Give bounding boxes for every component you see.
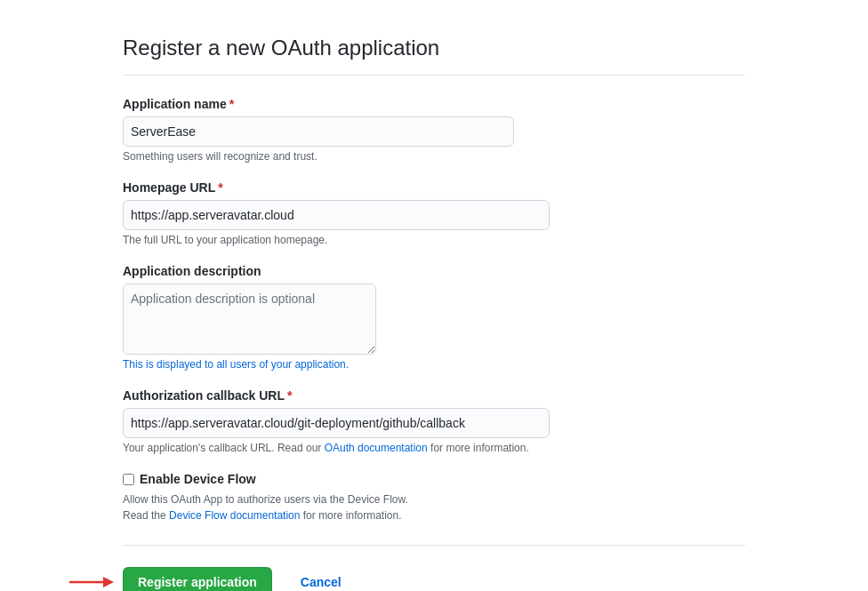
app-name-hint: Something users will recognize and trust…	[123, 150, 745, 163]
callback-url-group: Authorization callback URL* Your applica…	[123, 388, 745, 454]
page-wrapper: Register a new OAuth application Applica…	[105, 0, 763, 591]
device-flow-group: Enable Device Flow Allow this OAuth App …	[123, 472, 745, 523]
homepage-url-group: Homepage URL* The full URL to your appli…	[123, 180, 745, 246]
device-flow-hint: Allow this OAuth App to authorize users …	[123, 491, 745, 523]
app-name-input[interactable]	[123, 116, 514, 147]
homepage-url-hint: The full URL to your application homepag…	[123, 234, 745, 246]
svg-marker-1	[103, 577, 114, 587]
callback-url-label: Authorization callback URL*	[123, 388, 745, 403]
divider	[123, 545, 745, 546]
register-button[interactable]: Register application	[123, 567, 272, 591]
callback-url-hint: Your application's callback URL. Read ou…	[123, 442, 745, 454]
oauth-docs-link[interactable]: OAuth documentation	[325, 442, 428, 454]
app-name-label: Application name*	[123, 97, 745, 111]
arrow-annotation	[69, 571, 114, 591]
form-actions: Register application Cancel	[123, 567, 745, 591]
homepage-url-input[interactable]	[123, 200, 550, 230]
required-star-2: *	[218, 180, 222, 195]
description-group: Application description This is displaye…	[123, 264, 745, 371]
homepage-url-label: Homepage URL*	[123, 180, 745, 195]
required-star-3: *	[287, 388, 292, 403]
page-title: Register a new OAuth application	[123, 36, 745, 76]
description-hint: This is displayed to all users of your a…	[123, 358, 745, 371]
device-flow-docs-link[interactable]: Device Flow documentation	[169, 509, 300, 522]
device-flow-checkbox[interactable]	[123, 474, 134, 485]
cancel-link[interactable]: Cancel	[286, 568, 356, 591]
description-label: Application description	[123, 264, 745, 278]
arrow-icon	[69, 571, 114, 591]
callback-url-input[interactable]	[123, 408, 550, 438]
app-name-group: Application name* Something users will r…	[123, 97, 745, 163]
description-textarea[interactable]	[123, 284, 376, 355]
device-flow-label[interactable]: Enable Device Flow	[123, 472, 745, 486]
required-star: *	[229, 97, 234, 111]
